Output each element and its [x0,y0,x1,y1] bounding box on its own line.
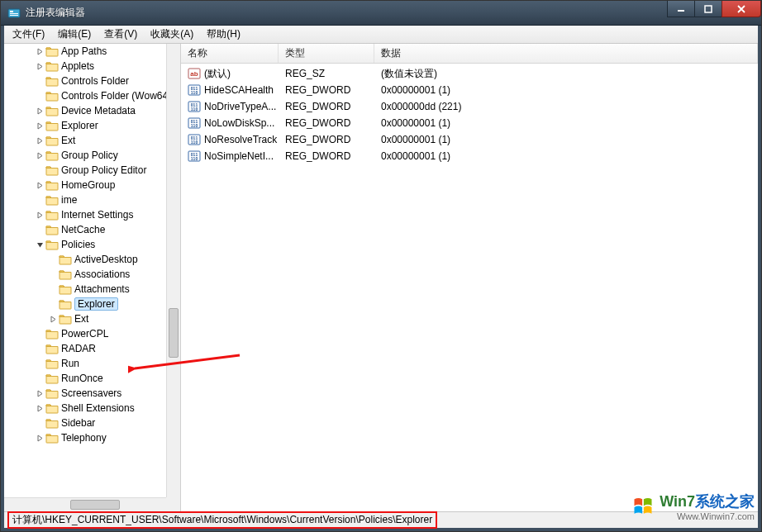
list-row[interactable]: 011110HideSCAHealthREG_DWORD0x00000001 (… [181,82,758,98]
list-row[interactable]: 011110NoDriveTypeA...REG_DWORD0x000000dd… [181,98,758,115]
tree-item[interactable]: Internet Settings [4,207,180,222]
chevron-right-icon[interactable] [47,313,59,325]
value-type: REG_SZ [279,68,374,79]
chevron-right-icon[interactable] [34,432,45,444]
values-list[interactable]: ab(默认)REG_SZ(数值未设置)011110HideSCAHealthRE… [181,64,758,511]
expander-none [34,164,45,176]
svg-text:ab: ab [190,70,198,78]
value-type: REG_DWORD [279,101,374,112]
chevron-right-icon[interactable] [34,209,45,221]
tree-item-label: Associations [74,268,130,280]
svg-text:110: 110 [191,156,198,161]
value-data: 0x00000001 (1) [374,134,758,145]
folder-icon [45,105,59,116]
tree-item-label: ActiveDesktop [74,254,138,265]
chevron-right-icon[interactable] [34,402,45,414]
svg-text:110: 110 [191,90,198,95]
close-button[interactable] [722,1,761,17]
tree-item[interactable]: RunOnce [4,371,180,386]
list-row[interactable]: ab(默认)REG_SZ(数值未设置) [181,65,758,82]
reg-dword-icon: 011110 [188,133,201,146]
list-row[interactable]: 011110NoLowDiskSp...REG_DWORD0x00000001 … [181,115,758,131]
column-header-type[interactable]: 类型 [279,44,374,63]
tree-item[interactable]: PowerCPL [4,326,180,341]
tree-item[interactable]: Sidebar [4,416,180,430]
folder-icon [45,90,59,102]
reg-dword-icon: 011110 [188,100,201,113]
tree-item[interactable]: App Paths [4,44,180,59]
value-data: 0x00000001 (1) [374,150,758,162]
reg-dword-icon: 011110 [188,116,201,130]
value-type: REG_DWORD [279,84,374,96]
svg-rect-2 [10,13,18,14]
chevron-right-icon[interactable] [34,60,45,72]
tree-item-label: Applets [61,60,94,72]
tree-item[interactable]: ime [4,192,180,207]
chevron-right-icon[interactable] [34,105,45,116]
chevron-right-icon[interactable] [34,179,45,191]
registry-tree-pane: App PathsAppletsControls FolderControls … [4,44,181,511]
tree-item-label: App Paths [61,45,107,57]
registry-tree[interactable]: App PathsAppletsControls FolderControls … [4,44,180,445]
svg-rect-5 [705,6,712,12]
tree-item[interactable]: Controls Folder [4,74,180,88]
tree-item[interactable]: Device Metadata [4,103,180,118]
value-data: (数值未设置) [374,67,758,81]
tree-item[interactable]: Controls Folder (Wow64) [4,88,180,103]
tree-item[interactable]: Associations [4,267,180,282]
tree-item[interactable]: Telephony [4,430,180,445]
maximize-button[interactable] [694,1,722,17]
tree-item[interactable]: Run [4,356,180,371]
expander-none [34,343,45,354]
chevron-right-icon[interactable] [34,45,45,57]
tree-item-label: Policies [61,239,95,250]
tree-item[interactable]: Group Policy Editor [4,163,180,178]
tree-item[interactable]: Ext [4,311,180,326]
tree-item[interactable]: Explorer [4,118,180,133]
chevron-right-icon[interactable] [34,120,45,131]
menu-view[interactable]: 查看(V) [98,26,144,43]
column-header-name[interactable]: 名称 [181,44,279,63]
tree-item[interactable]: Shell Extensions [4,401,180,416]
value-name: (默认) [204,67,231,81]
tree-item[interactable]: Group Policy [4,148,180,163]
expander-none [34,373,45,384]
folder-icon [45,135,59,146]
tree-item[interactable]: Policies [4,237,180,252]
menu-file[interactable]: 文件(F) [6,26,51,43]
value-name: NoSimpleNetI... [204,150,274,162]
reg-dword-icon: 011110 [188,83,201,97]
expander-none [34,75,45,87]
tree-item-label: Group Policy Editor [61,164,146,176]
chevron-right-icon[interactable] [34,150,45,161]
expander-none [47,268,59,280]
tree-item[interactable]: Applets [4,59,180,74]
folder-icon [45,120,59,131]
chevron-right-icon[interactable] [34,387,45,399]
tree-vertical-scrollbar[interactable] [166,44,180,497]
folder-icon [59,254,72,265]
svg-rect-4 [678,10,684,12]
tree-item[interactable]: Attachments [4,282,180,297]
chevron-down-icon[interactable] [34,239,45,250]
tree-item[interactable]: Explorer [4,297,180,311]
tree-item[interactable]: RADAR [4,341,180,356]
tree-item[interactable]: HomeGroup [4,178,180,192]
tree-item[interactable]: Ext [4,133,180,148]
menu-favorites[interactable]: 收藏夹(A) [144,26,200,43]
value-name: NoDriveTypeA... [204,101,276,112]
chevron-right-icon[interactable] [34,135,45,146]
list-row[interactable]: 011110NoSimpleNetI...REG_DWORD0x00000001… [181,148,758,164]
tree-item[interactable]: Screensavers [4,386,180,401]
reg-dword-icon: 011110 [188,150,201,163]
menu-edit[interactable]: 编辑(E) [51,26,98,43]
expander-none [34,358,45,369]
menu-help[interactable]: 帮助(H) [200,26,247,43]
tree-item[interactable]: ActiveDesktop [4,252,180,267]
tree-horizontal-scrollbar[interactable] [4,497,166,511]
folder-icon [45,75,59,87]
tree-item[interactable]: NetCache [4,222,180,237]
list-row[interactable]: 011110NoResolveTrackREG_DWORD0x00000001 … [181,131,758,148]
minimize-button[interactable] [667,1,695,17]
column-header-data[interactable]: 数据 [374,44,758,63]
